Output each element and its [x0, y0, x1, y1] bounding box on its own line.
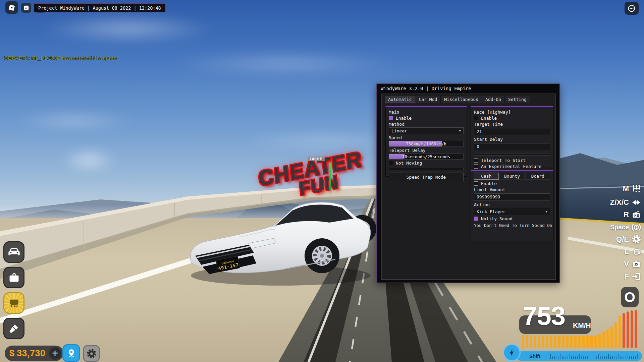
tab-miscellaneous[interactable]: Miscellaneous [441, 96, 482, 103]
shift-tick [598, 354, 599, 359]
rpm-bar [610, 327, 613, 348]
mod-enable-label: Enable [481, 181, 497, 186]
rpm-bar [606, 329, 609, 348]
not-moving-checkbox[interactable] [389, 161, 393, 165]
not-moving-label: Not Moving [396, 161, 422, 166]
shift-tick [631, 356, 632, 359]
race-progress-bar [474, 153, 550, 156]
rpm-bar [566, 335, 569, 348]
rpm-bar [590, 335, 593, 348]
shift-tick [562, 356, 562, 359]
shop-button[interactable] [3, 292, 24, 314]
keybind-key: Q/E [616, 235, 629, 244]
speed-slider-value: 750km/h/1000km/h [389, 141, 463, 146]
tab-add-on[interactable]: Add-On [482, 96, 505, 103]
teleport-to-start-checkbox[interactable] [474, 158, 478, 163]
garage-button[interactable] [3, 241, 24, 263]
mod-enable-row[interactable]: Enable [474, 181, 550, 186]
shift-label: Shift [529, 353, 540, 359]
shift-tick [593, 356, 593, 359]
sound-note: You Don't Need To Turn Sound On [474, 223, 550, 228]
target-time-input[interactable] [474, 128, 550, 135]
shift-tick [556, 356, 556, 359]
player-car: California 491-157 [185, 187, 380, 289]
shift-tick [620, 356, 621, 359]
add-cash-button[interactable]: + [49, 347, 61, 360]
rpm-bar [631, 310, 633, 348]
rpm-bar [558, 335, 560, 348]
shift-tick [579, 354, 580, 359]
keybind-radio: R [624, 209, 641, 220]
method-dropdown[interactable]: Linear ▼ [389, 127, 464, 134]
subtab-board[interactable]: Board [525, 173, 550, 180]
limit-amount-label: Limit Amount [474, 187, 550, 192]
notify-sound-checkbox[interactable] [474, 217, 478, 221]
speed-trap-mode-label: Speed Trap Mode [407, 175, 446, 180]
keybind-key: Space [610, 224, 629, 231]
windyware-titlebar[interactable]: WindyWare 3.2.0 | Driving Empire [377, 84, 559, 93]
turn-signals-icon [631, 197, 641, 207]
settings-button[interactable] [83, 345, 100, 362]
action-dropdown[interactable]: Kick Player ▼ [474, 208, 550, 215]
paintbrush-icon [8, 322, 20, 335]
location-pin-icon [66, 348, 76, 358]
inventory-button[interactable] [3, 267, 24, 288]
mod-enable-checkbox[interactable] [474, 181, 478, 186]
windyware-panel: WindyWare 3.2.0 | Driving Empire Automat… [376, 83, 560, 283]
start-delay-input[interactable] [474, 143, 550, 150]
shift-tick [566, 356, 566, 359]
shift-bar: Shift [517, 351, 642, 361]
chat-button[interactable] [21, 3, 31, 13]
tab-car-mod[interactable]: Car Mod [415, 96, 441, 103]
teleport-delay-slider[interactable]: 10seconds/25seconds [389, 154, 464, 160]
speed-value: 753 [523, 303, 565, 329]
race-title: Race [Highway] [474, 110, 550, 115]
map-button[interactable] [62, 344, 80, 362]
subtab-bounty[interactable]: Bounty [500, 173, 525, 180]
roblox-menu-button[interactable] [5, 1, 18, 14]
tab-setting[interactable]: Setting [505, 96, 530, 103]
keybind-key: R [624, 210, 629, 219]
session-title: Project WindyWare | August 08 2022 | 12:… [38, 5, 161, 11]
method-value: Linear [391, 128, 407, 133]
keybind-exit: F [625, 272, 641, 282]
shift-ticks [550, 353, 638, 359]
keybind-headlights: L [625, 247, 641, 257]
limit-amount-input[interactable] [474, 193, 550, 200]
shift-tick [602, 356, 603, 359]
speed-label: Speed [389, 135, 464, 140]
main-enable-checkbox[interactable] [389, 116, 393, 120]
main-enable-row[interactable]: Enable [389, 116, 464, 121]
teleport-to-start-row[interactable]: Teleport To Start [474, 158, 550, 163]
windyware-tabs: Automatic Car Mod Miscellaneous Add-On S… [385, 96, 530, 103]
shift-tick [600, 356, 601, 359]
customize-button[interactable] [3, 318, 24, 339]
experimental-checkbox[interactable] [474, 164, 478, 169]
race-enable-row[interactable]: Enable [474, 116, 550, 121]
car-icon [7, 245, 21, 259]
keybind-handbrake: Space [610, 222, 641, 232]
shift-tick [595, 356, 595, 359]
main-progress-bar [389, 168, 464, 170]
speed-slider[interactable]: 750km/h/1000km/h [389, 141, 464, 147]
speed-trap-mode-button[interactable]: Speed Trap Mode [389, 173, 464, 181]
not-moving-row[interactable]: Not Moving [389, 161, 464, 166]
shift-tick [608, 354, 609, 359]
group-main: Main Enable Method Linear ▼ Speed 750km/… [385, 106, 467, 177]
shift-tick [571, 356, 572, 359]
race-enable-checkbox[interactable] [474, 116, 478, 120]
tab-automatic[interactable]: Automatic [385, 96, 415, 103]
notify-sound-row[interactable]: Notify Sound [474, 216, 550, 221]
subtab-cash[interactable]: Cash [474, 173, 499, 180]
money-display[interactable]: $ 33,730 + [5, 346, 63, 361]
roblox-ellipsis-button[interactable] [625, 2, 639, 15]
shift-tick [587, 356, 588, 359]
shift-tick [624, 356, 624, 359]
cloud [10, 111, 138, 131]
shift-tick [570, 354, 570, 359]
rpm-bar [623, 313, 625, 348]
keybind-camera: V [624, 259, 641, 269]
experimental-row[interactable]: An Experimental Feature [474, 164, 550, 169]
settings-gear-icon [631, 234, 641, 244]
shift-tick [606, 356, 607, 359]
